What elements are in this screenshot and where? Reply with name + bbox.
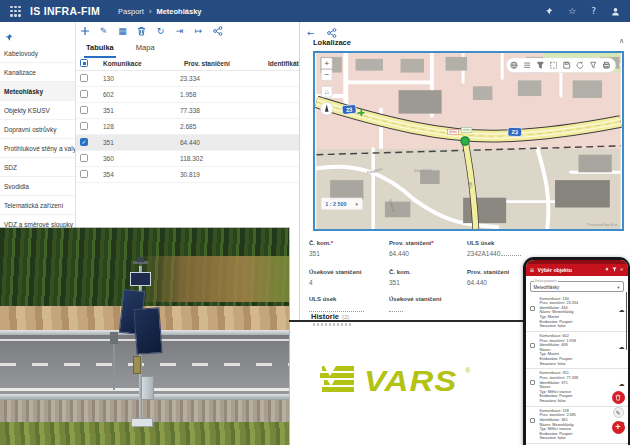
table-row[interactable]: 360 118.302 (76, 151, 299, 167)
table-row[interactable]: 351 77.338 (76, 103, 299, 119)
row-checkbox[interactable] (80, 154, 88, 162)
table-header: Komunikace Prov. staničení Identifikátor (76, 56, 299, 71)
cell-komunikace: 360 (103, 155, 114, 162)
photo-equipment-cabinet (141, 376, 154, 400)
attach-segment-button[interactable]: ⇥ (174, 25, 185, 36)
breadcrumb-current[interactable]: Meteohlásky (156, 7, 201, 16)
object-card[interactable]: Komunikace: 602 Prov. staničení: 1.958 I… (526, 332, 628, 369)
sidebar-item-kabelovody[interactable]: Kabelovody (0, 44, 75, 63)
field-value[interactable]: 2342A1440 (467, 250, 557, 257)
object-card[interactable]: Komunikace: 130 Prov. staničení: 23.334 … (526, 295, 628, 332)
edit-record-button[interactable]: ✎ (98, 25, 109, 36)
row-checkbox[interactable] (80, 106, 88, 114)
record-toolbar: ✎ ▦ ↻ ⇥ ↦ (79, 25, 223, 36)
sidebar-item-telematicka-zarizeni[interactable]: Telematická zařízení (0, 196, 75, 215)
column-prov-staniceni[interactable]: Prov. staničení (184, 60, 230, 67)
cell-staniceni: 1.958 (180, 91, 196, 98)
sidebar-item-dopravni-ostruvky[interactable]: Dopravní ostrůvky (0, 120, 75, 139)
phone-scrollbar[interactable] (626, 292, 628, 350)
card-checkbox[interactable] (530, 380, 535, 385)
cloud-sync-icon[interactable]: ☁ (619, 380, 625, 387)
selected-object-marker[interactable] (461, 137, 469, 145)
sidebar-item-meteohlasky[interactable]: Meteohlásky (0, 82, 75, 101)
layer-dropdown[interactable]: Vrstva pasportu Meteohlásky ▾ (530, 281, 624, 292)
share-button[interactable] (212, 25, 223, 36)
phone-app-bar: ≡ Výběr objektu × (526, 264, 628, 276)
sidebar-item-objekty-ksusv[interactable]: Objekty KSUSV (0, 101, 75, 120)
row-checkbox-checked[interactable]: ✓ (80, 138, 88, 146)
photo-sign-pole (113, 340, 115, 390)
table-row[interactable]: 128 2.685 (76, 119, 299, 135)
map-controls: + − ⌂ (320, 58, 333, 115)
back-arrow-icon[interactable]: ← (307, 28, 315, 38)
cell-staniceni: 23.334 (180, 75, 200, 82)
sidebar-item-protihlukove-steny[interactable]: Protihlukové stěny a valy (0, 139, 75, 158)
form-field: Č. kom. 351 (389, 269, 467, 286)
select-all-checkbox[interactable] (80, 59, 88, 67)
pin-icon[interactable] (544, 7, 553, 16)
phone-close-icon[interactable]: × (620, 267, 624, 272)
cloud-sync-icon[interactable]: ☁ (619, 343, 625, 350)
column-komunikace[interactable]: Komunikace (103, 60, 142, 67)
column-identifikator[interactable]: Identifikátor (268, 60, 299, 67)
move-segment-button[interactable]: ↦ (193, 25, 204, 36)
add-fab[interactable]: + (612, 421, 625, 434)
phone-filter-icon[interactable] (612, 267, 617, 273)
phone-pin-icon[interactable] (604, 267, 609, 273)
svg-text:23: 23 (511, 129, 518, 135)
svg-text:1 : 2 500: 1 : 2 500 (325, 201, 346, 207)
cell-staniceni: 2.685 (180, 123, 196, 130)
map-canvas[interactable]: 23 23 Riegrova Prostřední Sadová 351 (315, 53, 622, 229)
field-value[interactable]: 351 (389, 279, 467, 286)
app-launcher-icon[interactable] (10, 6, 21, 17)
dropdown-value: Meteohlásky (534, 285, 560, 290)
field-value[interactable]: 4 (309, 279, 387, 286)
cell-staniceni: 118.302 (180, 155, 203, 162)
row-checkbox[interactable] (80, 122, 88, 130)
table-row[interactable]: 602 1.958 (76, 87, 299, 103)
svg-text:⌂: ⌂ (325, 88, 329, 95)
delete-record-button[interactable] (136, 25, 147, 36)
field-value[interactable] (389, 306, 467, 312)
sidebar-item-sdz[interactable]: SDZ (0, 158, 75, 177)
map-scale-selector[interactable]: 1 : 2 500 ▾ (321, 198, 362, 210)
row-checkbox[interactable] (80, 74, 88, 82)
sidebar-item-kanalizace[interactable]: Kanalizace (0, 63, 75, 82)
add-record-button[interactable] (79, 25, 90, 36)
card-checkbox[interactable] (530, 343, 535, 348)
map-widget[interactable]: 23 23 Riegrova Prostřední Sadová 351 (313, 51, 624, 231)
top-bar: IS INFRA-FIM Pasport › Meteohlásky ☆ ? (0, 0, 630, 22)
map-attribution: Powered by Esri (587, 222, 618, 227)
field-value[interactable]: 351 (309, 250, 387, 257)
refresh-button[interactable]: ↻ (155, 25, 166, 36)
profile-icon[interactable] (611, 7, 620, 16)
field-label: Prov. staničení (467, 269, 509, 275)
road-shield-23: 23 (342, 104, 357, 114)
sidebar-item-svodidla[interactable]: Svodidla (0, 177, 75, 196)
table-row[interactable]: 130 23.334 (76, 71, 299, 87)
row-checkbox[interactable] (80, 90, 88, 98)
edit-fab[interactable]: ✎ (613, 407, 624, 418)
delete-fab[interactable] (612, 391, 625, 404)
help-icon[interactable]: ? (591, 6, 596, 16)
field-label: Úsekové staničení (309, 269, 361, 275)
table-row[interactable]: 354 30.819 (76, 167, 299, 183)
hamburger-menu-icon[interactable]: ≡ (530, 267, 535, 273)
bulk-edit-button[interactable]: ▦ (117, 25, 128, 36)
phone-title: Výběr objektu (538, 267, 601, 273)
meteo-station-photo (0, 228, 289, 445)
route-chip-red (447, 129, 458, 134)
card-checkbox[interactable] (530, 418, 535, 423)
form-field: Prov. staničení* 64.440 (389, 240, 467, 257)
cloud-sync-icon[interactable]: ☁ (619, 306, 625, 313)
card-checkbox[interactable] (530, 306, 535, 311)
row-checkbox[interactable] (80, 170, 88, 178)
breadcrumb-root[interactable]: Pasport (118, 7, 144, 16)
collapse-chevron-icon[interactable]: ∧ (619, 37, 624, 45)
svg-text:−: − (324, 70, 329, 79)
form-field: Č. kom.* 351 (309, 240, 387, 257)
cell-staniceni: 64.440 (180, 139, 200, 146)
favorites-star-icon[interactable]: ☆ (568, 6, 576, 16)
table-row-selected[interactable]: ✓ 351 64.440 (76, 135, 299, 151)
field-value[interactable]: 64.440 (389, 250, 467, 257)
